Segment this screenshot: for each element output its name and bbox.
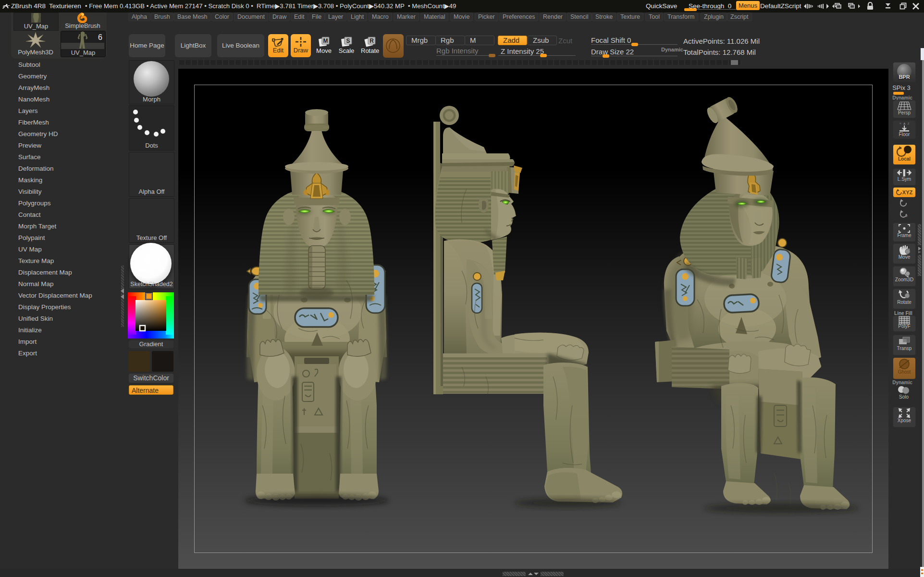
- svg-text:M: M: [323, 38, 328, 44]
- svg-text:R: R: [370, 38, 374, 44]
- svg-text:S: S: [346, 38, 350, 44]
- svg-text:z: z: [906, 213, 908, 218]
